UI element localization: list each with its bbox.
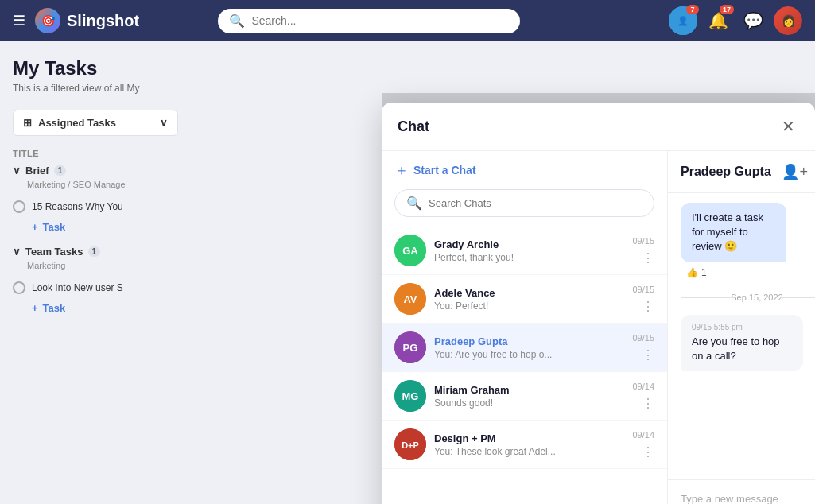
conversation-header: Pradeep Gupta 👤+ ⋮ xyxy=(668,151,815,193)
plus-icon: + xyxy=(32,302,38,314)
chat-modal-header: Chat ✕ xyxy=(382,103,815,151)
contact-date: 09/15 xyxy=(632,285,654,294)
chat-list-top: ＋ Start a Chat 🔍 xyxy=(382,151,667,227)
search-icon: 🔍 xyxy=(229,14,245,29)
more-options-icon[interactable]: ⋮ xyxy=(642,299,654,314)
message-input-area: ▷ 🙂 T 📎 xyxy=(668,479,815,504)
assigned-tasks-icon: ⊞ xyxy=(23,117,32,129)
svg-text:D+P: D+P xyxy=(402,440,419,450)
add-task-button-brief[interactable]: + Task xyxy=(32,218,178,236)
top-navigation: ☰ 🎯 Slingshot 🔍 👤 7 🔔 17 💬 👩 xyxy=(0,0,815,41)
task-label: 15 Reasons Why You xyxy=(32,201,123,212)
contact-avatar: AV xyxy=(394,283,426,315)
chat-list-item[interactable]: MG Miriam Graham Sounds good! 09/14 ⋮ xyxy=(382,372,667,421)
contact-preview: Sounds good! xyxy=(434,397,624,409)
add-task-button-team[interactable]: + Task xyxy=(32,299,178,317)
sidebar-title: My Tasks xyxy=(13,57,178,79)
contact-date: 09/15 xyxy=(632,236,654,246)
more-options-icon[interactable]: ⋮ xyxy=(642,396,654,411)
reaction-emoji: 👍 xyxy=(686,267,698,278)
search-input[interactable] xyxy=(251,14,509,27)
chat-search-input[interactable] xyxy=(429,197,642,209)
svg-text:GA: GA xyxy=(402,245,418,257)
task-checkbox[interactable] xyxy=(13,200,25,213)
contact-meta: 09/14 ⋮ xyxy=(632,430,654,459)
more-options-icon[interactable]: ⋮ xyxy=(642,250,654,266)
close-button[interactable]: ✕ xyxy=(777,115,799,138)
received-message-row: 09/15 5:55 pm Are you free to hop on a c… xyxy=(681,315,815,371)
chat-modal-title: Chat xyxy=(398,118,429,135)
group-count-team: 1 xyxy=(88,246,101,257)
group-header-brief[interactable]: ∨ Brief 1 xyxy=(13,165,178,176)
app-name: Slingshot xyxy=(67,12,139,30)
chat-list-item[interactable]: AV Adele Vance You: Perfect! 09/15 ⋮ xyxy=(382,275,667,324)
sidebar: My Tasks This is a filtered view of all … xyxy=(0,41,191,504)
contact-meta: 09/15 ⋮ xyxy=(632,333,654,362)
user-badge: 7 xyxy=(686,5,699,14)
chat-list-item[interactable]: GA Grady Archie Perfect, thank you! 09/1… xyxy=(382,227,667,275)
message-input-row: ▷ xyxy=(681,490,815,504)
add-task-label: Task xyxy=(43,221,66,233)
contact-info: Adele Vance You: Perfect! xyxy=(434,287,624,312)
svg-text:MG: MG xyxy=(402,390,419,402)
contact-preview: Perfect, thank you! xyxy=(434,252,624,263)
main-content: My Tasks This is a filtered view of all … xyxy=(0,41,815,504)
plus-icon: ＋ xyxy=(394,161,409,180)
task-checkbox[interactable] xyxy=(13,281,25,294)
start-chat-button[interactable]: ＋ Start a Chat xyxy=(394,161,654,180)
group-count-brief: 1 xyxy=(54,165,67,176)
chat-list-items: GA Grady Archie Perfect, thank you! 09/1… xyxy=(382,227,667,504)
contact-meta: 09/14 ⋮ xyxy=(632,382,654,411)
contact-meta: 09/15 ⋮ xyxy=(632,236,654,266)
sidebar-subtitle: This is a filtered view of all My xyxy=(13,83,178,94)
message-reaction[interactable]: 👍 1 xyxy=(681,266,712,280)
group-sub-team: Marketing xyxy=(27,261,178,270)
logo-icon: 🎯 xyxy=(35,8,60,33)
chat-search-bar[interactable]: 🔍 xyxy=(394,189,654,217)
chat-nav-btn[interactable]: 💬 xyxy=(739,6,767,35)
message-time: 09/15 5:55 pm xyxy=(692,323,792,331)
column-header: Title xyxy=(13,149,178,158)
notification-btn[interactable]: 🔔 17 xyxy=(704,6,732,35)
contact-name-active: Pradeep Gupta xyxy=(434,335,624,347)
chevron-down-icon: ∨ xyxy=(13,246,21,258)
contact-avatar: D+P xyxy=(394,428,426,460)
more-options-icon[interactable]: ⋮ xyxy=(642,444,654,459)
chat-icon: 💬 xyxy=(743,11,763,30)
user-avatar-btn[interactable]: 👤 7 xyxy=(669,6,697,35)
contact-name: Adele Vance xyxy=(434,287,624,299)
message-bubble: I'll create a task for myself to review … xyxy=(681,203,786,262)
more-options-icon[interactable]: ⋮ xyxy=(642,347,654,362)
message-row-sent: I'll create a task for myself to review … xyxy=(681,203,815,280)
start-chat-label: Start a Chat xyxy=(413,164,476,176)
conversation-messages: I'll create a task for myself to review … xyxy=(668,193,815,479)
profile-avatar[interactable]: 👩 xyxy=(774,6,802,35)
chat-list-item[interactable]: D+P Design + PM You: These look great Ad… xyxy=(382,421,667,469)
task-item: Look Into New user S xyxy=(13,277,178,299)
chevron-down-icon: ∨ xyxy=(13,165,21,176)
sent-message-bubble: I'll create a task for myself to review … xyxy=(681,203,813,280)
group-header-team[interactable]: ∨ Team Tasks 1 xyxy=(13,246,178,258)
contact-info: Pradeep Gupta You: Are you free to hop o… xyxy=(434,335,624,360)
chat-overlay: Chat ✕ ＋ Start a Chat 🔍 xyxy=(382,93,815,504)
task-item: 15 Reasons Why You xyxy=(13,196,178,218)
task-group-team: ∨ Team Tasks 1 Marketing Look Into New u… xyxy=(13,246,178,317)
message-text: Are you free to hop on a call? xyxy=(692,335,792,363)
contact-name: Design + PM xyxy=(434,432,624,444)
assigned-tasks-button[interactable]: ⊞ Assigned Tasks ∨ xyxy=(13,110,178,136)
conversation-contact-name: Pradeep Gupta xyxy=(681,165,771,179)
chat-list-item-active[interactable]: PG Pradeep Gupta You: Are you free to ho… xyxy=(382,324,667,372)
message-input[interactable] xyxy=(681,493,814,505)
group-name-team: Team Tasks xyxy=(25,246,83,258)
contact-preview: You: These look great Adel... xyxy=(434,446,624,457)
add-task-label: Task xyxy=(43,302,66,314)
contact-info: Miriam Graham Sounds good! xyxy=(434,384,624,409)
search-bar[interactable]: 🔍 xyxy=(218,9,520,33)
reaction-count: 1 xyxy=(701,267,707,278)
contact-preview: You: Are you free to hop o... xyxy=(434,349,624,360)
hamburger-icon[interactable]: ☰ xyxy=(13,12,25,29)
assigned-tasks-label: Assigned Tasks xyxy=(38,117,116,129)
contact-name: Miriam Graham xyxy=(434,384,624,396)
add-user-icon[interactable]: 👤+ xyxy=(782,163,808,180)
task-label: Look Into New user S xyxy=(32,282,123,293)
